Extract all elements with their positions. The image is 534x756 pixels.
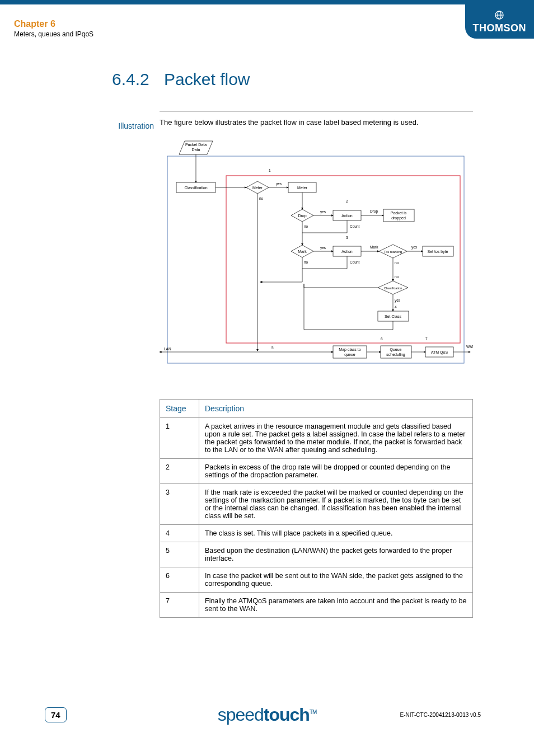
- table-row: 1A packet arrives in the resource manage…: [160, 418, 473, 459]
- svg-rect-4: [226, 176, 460, 343]
- cell-desc: If the mark rate is exceeded the packet …: [199, 484, 473, 525]
- cell-desc: Finally the ATMQoS parameters are taken …: [199, 593, 473, 618]
- cell-desc: Based upon the destination (LAN/WAN) the…: [199, 542, 473, 567]
- count-2: Count: [350, 260, 360, 264]
- stage-5: 5: [271, 346, 274, 350]
- no-5: no: [395, 275, 399, 279]
- content-column: The figure below illustrates the packet …: [160, 111, 473, 618]
- globe-icon: [494, 10, 504, 20]
- cell-desc: A packet arrives in the resource managem…: [199, 418, 473, 459]
- cell-desc: In case the packet will be sent out to t…: [199, 567, 473, 593]
- stage-6: 6: [381, 337, 383, 341]
- stage-4: 4: [395, 305, 397, 309]
- rule-line: [160, 111, 473, 111]
- side-label-illustration: Illustration: [101, 121, 154, 130]
- cell-desc: Packets in excess of the drop rate will …: [199, 459, 473, 484]
- cell-stage: 4: [160, 525, 199, 542]
- table-row: 5Based upon the destination (LAN/WAN) th…: [160, 542, 473, 567]
- chapter-subtitle: Meters, queues and IPqoS: [14, 30, 93, 38]
- count-1: Count: [350, 224, 360, 228]
- node-drop-decision: Drop: [298, 214, 306, 218]
- chapter-block: Chapter 6 Meters, queues and IPqoS: [14, 19, 93, 38]
- no-4: no: [395, 261, 399, 265]
- yes-2: yes: [320, 210, 326, 214]
- yes-1: yes: [276, 182, 282, 186]
- cell-stage: 5: [160, 542, 199, 567]
- table-row: 2Packets in excess of the drop rate will…: [160, 459, 473, 484]
- table-row: 4The class is set. This will place packe…: [160, 525, 473, 542]
- section-title: Packet flow: [164, 70, 250, 88]
- node-meter: Meter: [297, 186, 308, 190]
- node-action-mark: Action: [341, 250, 353, 253]
- yes-3: yes: [320, 246, 326, 250]
- yes-5: yes: [395, 298, 401, 303]
- logo-bold: touch: [264, 705, 310, 725]
- table-row: 7Finally the ATMQoS parameters are taken…: [160, 593, 473, 618]
- cell-stage: 1: [160, 418, 199, 459]
- node-tos-marking: Tos marking: [384, 250, 402, 253]
- table-row: 3If the mark rate is exceeded the packet…: [160, 484, 473, 525]
- yes-4: yes: [411, 245, 418, 250]
- cell-stage: 7: [160, 593, 199, 618]
- node-set-class: Set Class: [385, 314, 401, 318]
- intro-text: The figure below illustrates the packet …: [160, 118, 473, 126]
- node-classification: Classification: [184, 186, 207, 190]
- stage-3: 3: [346, 236, 348, 240]
- stage-1: 1: [269, 168, 271, 172]
- logo-tm: TM: [310, 709, 316, 715]
- cell-stage: 6: [160, 567, 199, 593]
- chapter-title: Chapter 6: [14, 19, 93, 29]
- stage-table: Stage Description 1A packet arrives in t…: [160, 399, 473, 618]
- th-stage: Stage: [160, 400, 199, 418]
- logo-light: speed: [218, 705, 264, 725]
- cell-stage: 3: [160, 484, 199, 525]
- top-stripe: [0, 0, 534, 4]
- node-action-drop: Action: [341, 214, 353, 218]
- cell-stage: 2: [160, 459, 199, 484]
- thomson-text: THOMSON: [473, 22, 527, 34]
- node-packet-dropped: Packet isdropped: [391, 211, 407, 220]
- stage-7: 7: [425, 337, 428, 341]
- drop-label: Drop: [370, 209, 378, 214]
- stage-2: 2: [346, 199, 348, 203]
- packet-flow-diagram: Packet DataData Classification Meter 1 M…: [160, 137, 473, 372]
- th-desc: Description: [199, 400, 473, 418]
- table-row: 6In case the packet will be sent out to …: [160, 567, 473, 593]
- thomson-logo: THOMSON: [465, 4, 535, 39]
- node-meter-decision: Meter: [252, 186, 263, 190]
- no-1: no: [259, 196, 264, 200]
- wan-label: WAN: [466, 345, 473, 349]
- node-mark-decision: Mark: [298, 250, 307, 253]
- doc-id: E-NIT-CTC-20041213-0013 v0.5: [400, 712, 481, 718]
- mark-label: Mark: [370, 245, 378, 249]
- section-number: 6.4.2: [112, 70, 149, 88]
- no-3: no: [304, 260, 308, 264]
- node-atm-qos: ATM QoS: [431, 350, 448, 355]
- node-set-tos: Set tos byte: [428, 250, 448, 254]
- lan-label: LAN: [164, 347, 171, 351]
- section-heading: 6.4.2 Packet flow: [112, 70, 250, 89]
- cell-desc: The class is set. This will place packet…: [199, 525, 473, 542]
- no-2: no: [304, 224, 308, 228]
- node-classification2: Classification: [384, 287, 402, 290]
